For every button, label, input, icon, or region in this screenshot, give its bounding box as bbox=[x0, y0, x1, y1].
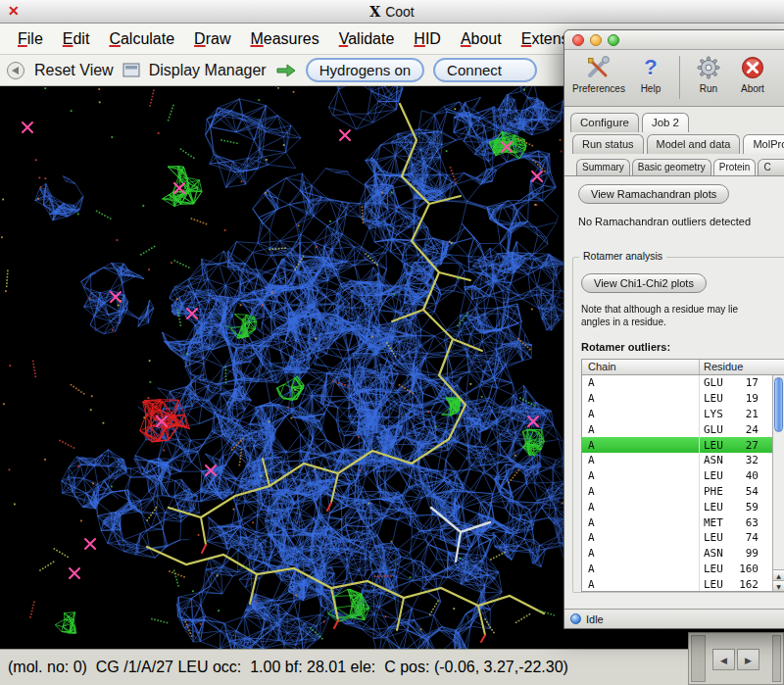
rotamer-row-leu-19[interactable]: ALEU19 bbox=[582, 391, 772, 407]
dialog-statusbar: Idle bbox=[564, 609, 784, 628]
cell-chain: A bbox=[582, 421, 700, 437]
cell-residue: LEU19 bbox=[700, 392, 772, 405]
cell-residue: LEU74 bbox=[700, 531, 772, 544]
cell-chain: A bbox=[582, 576, 700, 592]
x11-logo-icon: X bbox=[369, 4, 380, 20]
cell-residue: ASN32 bbox=[700, 454, 772, 466]
rotamer-row-leu-162[interactable]: ALEU162 bbox=[582, 576, 772, 592]
scrollbar-buttons: ▲ ▼ bbox=[773, 569, 784, 591]
cell-residue: GLU17 bbox=[700, 376, 772, 389]
go-arrow-icon[interactable] bbox=[275, 63, 297, 78]
cell-chain: A bbox=[582, 468, 700, 484]
molprobity-dialog: Preferences ? Help bbox=[564, 29, 784, 629]
tab-protein[interactable]: Protein bbox=[713, 159, 757, 175]
display-manager-icon[interactable] bbox=[122, 63, 140, 78]
dialog-tabs-top: ConfigureJob 2 bbox=[570, 109, 784, 132]
scroll-left-button[interactable]: ◀ bbox=[712, 649, 735, 670]
column-header-chain[interactable]: Chain bbox=[582, 360, 700, 374]
rotamer-row-lys-21[interactable]: ALYS21 bbox=[582, 407, 772, 422]
gear-icon bbox=[697, 54, 720, 81]
dialog-content: View Ramachandran plots No Ramachandran … bbox=[564, 175, 784, 609]
cell-residue: LEU40 bbox=[700, 469, 772, 482]
cell-residue: ASN99 bbox=[700, 547, 772, 560]
rotamer-outliers-table: Chain Residue AGLU17ALEU19ALYS21AGLU24AL… bbox=[581, 359, 784, 592]
cell-residue: LYS21 bbox=[700, 408, 772, 420]
dialog-status-text: Idle bbox=[586, 613, 604, 625]
status-orb-icon bbox=[570, 613, 581, 624]
rotamer-row-glu-17[interactable]: AGLU17 bbox=[582, 375, 772, 391]
rotamer-row-met-63[interactable]: AMET63 bbox=[582, 514, 772, 530]
rotamer-table-body: AGLU17ALEU19ALYS21AGLU24ALEU27AASN32ALEU… bbox=[582, 375, 772, 591]
close-button[interactable] bbox=[572, 34, 584, 46]
scroll-down-button[interactable]: ▼ bbox=[773, 580, 784, 591]
rotamer-note-line1: Note that although a residue may lie bbox=[581, 303, 784, 316]
tab-summary[interactable]: Summary bbox=[576, 159, 630, 175]
rotamer-row-asn-32[interactable]: AASN32 bbox=[582, 453, 772, 468]
tab-run-status[interactable]: Run status bbox=[572, 134, 644, 154]
column-header-residue[interactable]: Residue bbox=[700, 360, 784, 374]
menu-validate[interactable]: Validate bbox=[329, 27, 405, 51]
help-button[interactable]: ? Help bbox=[632, 54, 669, 94]
cell-chain: A bbox=[582, 499, 700, 514]
cell-chain: A bbox=[582, 453, 700, 468]
rotamer-row-leu-40[interactable]: ALEU40 bbox=[582, 468, 772, 484]
dialog-tabs-validation: Run statusModel and dataMolProbity bbox=[570, 132, 784, 154]
dialog-tabs-category: SummaryBasic geometryProteinC bbox=[570, 154, 784, 175]
recenter-icon[interactable] bbox=[6, 61, 25, 80]
rotamer-row-asn-99[interactable]: AASN99 bbox=[582, 546, 772, 562]
scroll-up-button[interactable]: ▲ bbox=[773, 569, 784, 580]
rotamer-row-glu-24[interactable]: AGLU24 bbox=[582, 421, 772, 437]
menu-calculate[interactable]: Calculate bbox=[99, 27, 184, 51]
preferences-button[interactable]: Preferences bbox=[572, 54, 625, 94]
rotamer-row-leu-59[interactable]: ALEU59 bbox=[582, 499, 772, 514]
cell-chain: A bbox=[582, 391, 700, 407]
tab-configure[interactable]: Configure bbox=[570, 113, 639, 132]
scroll-right-button[interactable]: ▶ bbox=[737, 649, 760, 670]
rotamer-row-leu-27[interactable]: ALEU27 bbox=[582, 437, 772, 453]
table-scrollbar[interactable]: ▲ ▼ bbox=[772, 375, 784, 591]
tab-job-2[interactable]: Job 2 bbox=[642, 113, 689, 132]
rotamer-row-leu-74[interactable]: ALEU74 bbox=[582, 530, 772, 546]
resize-strip[interactable] bbox=[772, 635, 781, 682]
cell-residue: MET63 bbox=[700, 516, 772, 529]
menu-file[interactable]: File bbox=[8, 27, 53, 51]
cell-chain: A bbox=[582, 546, 700, 562]
rotamer-row-leu-160[interactable]: ALEU160 bbox=[582, 562, 772, 577]
tab-molprobity[interactable]: MolProbity bbox=[743, 134, 784, 154]
table-header: Chain Residue bbox=[582, 360, 784, 375]
cell-chain: A bbox=[582, 562, 700, 577]
rotamer-outliers-label: Rotamer outliers: bbox=[581, 341, 784, 353]
tab-basic-geometry[interactable]: Basic geometry bbox=[632, 159, 711, 175]
zoom-button[interactable] bbox=[608, 34, 619, 46]
status-text: (mol. no: 0) CG /1/A/27 LEU occ: 1.00 bf… bbox=[8, 659, 568, 676]
rotamer-note-line2: angles in a residue. bbox=[581, 316, 784, 328]
run-button[interactable]: Run bbox=[690, 54, 727, 94]
menu-edit[interactable]: Edit bbox=[53, 27, 100, 51]
view-ramachandran-plots-button[interactable]: View Ramachandran plots bbox=[578, 184, 729, 204]
scrollbar-thumb[interactable] bbox=[774, 377, 783, 432]
cell-residue: LEU162 bbox=[700, 578, 772, 591]
abort-button[interactable]: Abort bbox=[734, 54, 771, 94]
cell-residue: LEU160 bbox=[700, 563, 772, 575]
connect-button[interactable]: Connect bbox=[433, 58, 537, 82]
tab-model-and-data[interactable]: Model and data bbox=[647, 134, 741, 154]
display-manager-button[interactable]: Display Manager bbox=[149, 62, 267, 79]
menu-about[interactable]: About bbox=[451, 27, 512, 51]
menu-draw[interactable]: Draw bbox=[184, 27, 240, 51]
menu-measures[interactable]: Measures bbox=[240, 27, 328, 51]
abort-icon bbox=[741, 54, 764, 81]
hydrogens-toggle-button[interactable]: Hydrogens on bbox=[306, 58, 424, 82]
minimize-button[interactable] bbox=[590, 34, 602, 46]
scroll-corner-panel: ◀ ▶ bbox=[688, 632, 784, 685]
vertical-scrollbar-track[interactable] bbox=[691, 635, 706, 682]
window-title-text: Coot bbox=[385, 4, 415, 20]
dialog-titlebar bbox=[564, 30, 784, 50]
cell-residue: PHE54 bbox=[700, 485, 772, 498]
help-label: Help bbox=[641, 83, 662, 94]
abort-label: Abort bbox=[741, 83, 764, 94]
view-chi1-chi2-plots-button[interactable]: View Chi1-Chi2 plots bbox=[581, 273, 707, 293]
reset-view-button[interactable]: Reset View bbox=[34, 62, 114, 79]
rotamer-row-phe-54[interactable]: APHE54 bbox=[582, 484, 772, 500]
menu-hid[interactable]: HID bbox=[404, 27, 451, 51]
tab-c[interactable]: C bbox=[758, 159, 784, 175]
